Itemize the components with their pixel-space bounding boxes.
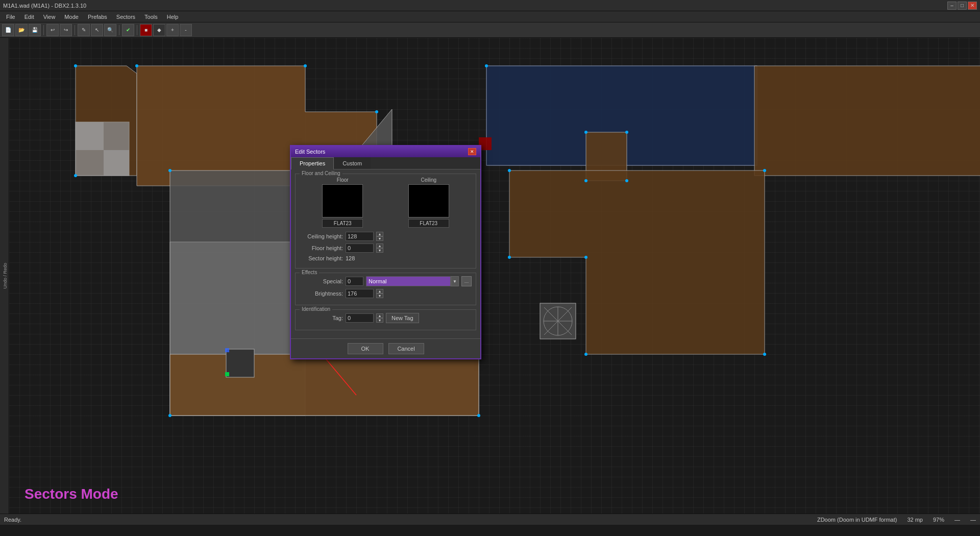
menu-help[interactable]: Help: [163, 13, 183, 21]
toolbar-check[interactable]: ✔: [122, 24, 134, 36]
svg-rect-22: [225, 348, 229, 352]
toolbar-draw[interactable]: ✎: [78, 24, 90, 36]
menu-file[interactable]: File: [2, 13, 19, 21]
svg-point-39: [584, 353, 587, 356]
svg-point-30: [74, 174, 77, 177]
title-bar-title: M1A1.wad (M1A1) - DBX2.1.3.10: [3, 3, 86, 9]
tag-spinner: ▲ ▼: [376, 313, 383, 323]
ceiling-height-label: Ceiling height:: [300, 233, 343, 239]
toolbar-zoom-out[interactable]: -: [180, 24, 192, 36]
svg-marker-11: [170, 354, 479, 416]
floor-height-down[interactable]: ▼: [376, 248, 383, 253]
toolbar-zoom-in[interactable]: +: [166, 24, 179, 36]
ceiling-height-spinner: ▲ ▼: [376, 232, 383, 241]
menu-prefabs[interactable]: Prefabs: [84, 13, 111, 21]
special-label: Special:: [300, 278, 343, 284]
menu-tools[interactable]: Tools: [140, 13, 162, 21]
app-close-button[interactable]: ✕: [968, 2, 977, 10]
toolbar-thing2[interactable]: ◆: [153, 24, 165, 36]
sector-height-value: 128: [346, 255, 355, 261]
maximize-button[interactable]: □: [958, 2, 967, 10]
floor-texture-preview[interactable]: [322, 184, 363, 217]
svg-point-40: [584, 256, 587, 259]
floor-height-row: Floor height: ▲ ▼: [300, 243, 472, 253]
menu-edit[interactable]: Edit: [20, 13, 38, 21]
svg-point-25: [304, 64, 307, 67]
ceiling-height-up[interactable]: ▲: [376, 232, 383, 236]
new-tag-button[interactable]: New Tag: [386, 313, 419, 323]
ceiling-height-row: Ceiling height: ▲ ▼: [300, 232, 472, 241]
toolbar-undo[interactable]: ↩: [46, 24, 59, 36]
edit-sectors-dialog: Edit Sectors ✕ Properties Custom Floor a…: [290, 145, 481, 359]
dialog-buttons: OK Cancel: [291, 338, 480, 358]
dialog-tabs: Properties Custom: [291, 157, 480, 169]
status-zoom: 97%: [933, 517, 944, 523]
svg-marker-8: [754, 66, 980, 176]
toolbar-zoom[interactable]: 🔍: [104, 24, 116, 36]
floor-height-up[interactable]: ▲: [376, 243, 383, 248]
svg-point-33: [625, 131, 628, 134]
menu-bar: File Edit View Mode Prefabs Sectors Tool…: [0, 11, 980, 22]
sidebar-undo-redo[interactable]: Undo / Redo: [2, 261, 9, 291]
special-dropdown-container: Normal ▼: [366, 276, 459, 286]
ceiling-texture-col: Ceiling: [408, 177, 449, 228]
floor-texture-name[interactable]: [322, 219, 363, 228]
ceiling-texture-preview[interactable]: [408, 184, 449, 217]
status-extra: —: [954, 517, 960, 523]
dialog-content: Floor and Ceiling Floor Ceiling: [291, 169, 480, 338]
brightness-input[interactable]: [346, 289, 374, 298]
ok-button[interactable]: OK: [348, 343, 383, 354]
svg-point-26: [375, 110, 378, 113]
dialog-close-button[interactable]: ✕: [468, 148, 476, 155]
floor-ceiling-section: Floor and Ceiling Floor Ceiling: [295, 174, 476, 269]
menu-sectors[interactable]: Sectors: [112, 13, 139, 21]
floor-texture-col: Floor: [322, 177, 363, 228]
svg-point-23: [74, 64, 77, 67]
sidebar-comments[interactable]: Comments: [0, 262, 1, 289]
minimize-button[interactable]: –: [947, 2, 957, 10]
brightness-spinner: ▲ ▼: [376, 289, 383, 298]
menu-mode[interactable]: Mode: [60, 13, 83, 21]
brightness-down[interactable]: ▼: [376, 294, 383, 298]
tab-properties[interactable]: Properties: [291, 157, 334, 169]
toolbar-select[interactable]: ↖: [91, 24, 103, 36]
svg-rect-21: [225, 372, 229, 376]
toolbar-thing[interactable]: ■: [140, 24, 152, 36]
tag-up[interactable]: ▲: [376, 313, 383, 318]
floor-ceiling-label: Floor and Ceiling: [300, 170, 342, 176]
toolbar-sep4: [137, 25, 137, 35]
title-bar-controls: – □ ✕: [947, 2, 977, 10]
dialog-title-bar: Edit Sectors ✕: [291, 146, 480, 157]
dialog-title: Edit Sectors: [295, 149, 325, 155]
tag-input[interactable]: [346, 313, 374, 323]
ceiling-texture-name[interactable]: [408, 219, 449, 228]
menu-view[interactable]: View: [39, 13, 60, 21]
status-extra2: —: [970, 517, 976, 523]
special-row: Special: Normal ▼ …: [300, 276, 472, 286]
special-dropdown-display[interactable]: Normal: [366, 276, 451, 286]
svg-point-24: [135, 64, 138, 67]
toolbar-redo[interactable]: ↪: [60, 24, 72, 36]
floor-height-input[interactable]: [346, 243, 374, 253]
brightness-up[interactable]: ▲: [376, 289, 383, 294]
brightness-label: Brightness:: [300, 290, 343, 297]
ceiling-height-input[interactable]: [346, 232, 374, 241]
svg-point-31: [485, 64, 488, 67]
effects-section: Effects Special: Normal ▼ …: [295, 273, 476, 305]
toolbar-save[interactable]: 💾: [29, 24, 41, 36]
toolbar-new[interactable]: 📄: [2, 24, 14, 36]
toolbar-open[interactable]: 📂: [15, 24, 28, 36]
tag-label: Tag:: [300, 315, 343, 321]
floor-label: Floor: [337, 177, 349, 183]
tag-down[interactable]: ▼: [376, 318, 383, 323]
special-dropdown-arrow[interactable]: ▼: [451, 276, 459, 286]
ceiling-height-down[interactable]: ▼: [376, 236, 383, 241]
special-extra-button[interactable]: …: [461, 276, 472, 286]
special-value-input[interactable]: [346, 277, 363, 286]
tab-custom[interactable]: Custom: [334, 157, 371, 169]
cancel-button[interactable]: Cancel: [388, 343, 424, 354]
map-canvas[interactable]: Sectors Mode Edit Sectors ✕ Properties C…: [9, 38, 980, 514]
toolbar: 📄 📂 💾 ↩ ↪ ✎ ↖ 🔍 ✔ ■ ◆ + -: [0, 22, 980, 38]
status-left: Ready.: [4, 517, 21, 523]
svg-point-41: [508, 256, 511, 259]
